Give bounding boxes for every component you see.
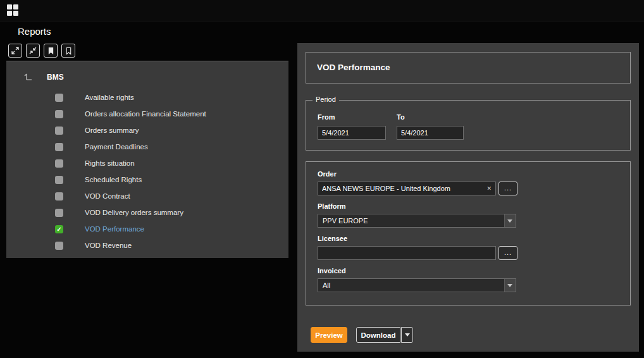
tree-item-label: Orders allocation Financial Statement (85, 110, 206, 118)
from-date-input[interactable] (318, 126, 386, 140)
parameters-group: Order ✕ ... Platform PPV EUROPE Licensee… (306, 161, 631, 306)
from-label: From (318, 113, 335, 121)
tree-root-label: BMS (47, 73, 64, 82)
tree-item[interactable]: ✓ Orders summary (6, 122, 288, 139)
tree-item-checkbox[interactable]: ✓ (55, 176, 63, 184)
tree-item[interactable]: ✓ Payment Deadlines (6, 139, 288, 155)
tree-item[interactable]: ✓ VOD Performance (6, 221, 288, 237)
tree-item-label: Rights situation (85, 159, 135, 167)
period-group: Period From To (306, 100, 631, 151)
download-button[interactable]: Download (356, 327, 400, 343)
grid-square (7, 11, 12, 16)
tree-item-label: VOD Delivery orders summary (85, 209, 183, 216)
tree-items: ✓ Available rights ✓ Orders allocation F… (6, 89, 288, 254)
tree-root-node[interactable]: BMS (24, 73, 64, 82)
tree-item-checkbox[interactable]: ✓ (55, 192, 63, 201)
grid-square (13, 11, 18, 16)
licensee-input-wrap (318, 246, 496, 260)
tree-toolbar (8, 44, 75, 58)
tree-item-label: Available rights (85, 94, 134, 101)
report-title-box: VOD Performance (306, 52, 631, 83)
tree-item[interactable]: ✓ Rights situation (6, 155, 288, 171)
tree-item-label: Scheduled Rights (85, 176, 142, 183)
licensee-input[interactable] (318, 246, 496, 260)
bookmark-outline-button[interactable] (61, 44, 75, 58)
period-legend: Period (313, 96, 339, 103)
clear-order-icon[interactable]: ✕ (486, 185, 492, 192)
report-tree-panel: BMS ✓ Available rights ✓ Orders allocati… (6, 61, 288, 258)
to-date-input[interactable] (397, 126, 464, 140)
platform-value: PPV EUROPE (323, 214, 368, 227)
expand-arrows-icon (11, 46, 20, 55)
download-dropdown-button[interactable] (401, 327, 413, 343)
expand-all-button[interactable] (8, 44, 22, 58)
to-label: To (397, 113, 405, 121)
tree-root-icon (24, 73, 33, 82)
tree-item[interactable]: ✓ Available rights (6, 89, 288, 106)
tree-item-label: VOD Contract (85, 192, 130, 200)
licensee-label: Licensee (318, 235, 347, 242)
chevron-down-icon (405, 333, 410, 336)
invoiced-select[interactable]: All (318, 278, 516, 292)
tree-item-checkbox[interactable]: ✓ (55, 242, 63, 250)
grid-square (7, 4, 12, 9)
app-menu-grid-icon[interactable] (7, 4, 19, 16)
collapse-arrows-icon (28, 46, 37, 55)
collapse-all-button[interactable] (26, 44, 40, 58)
licensee-browse-button[interactable]: ... (498, 246, 517, 260)
tree-item[interactable]: ✓ VOD Contract (6, 188, 288, 204)
tree-item-label: VOD Revenue (85, 242, 132, 249)
platform-select[interactable]: PPV EUROPE (318, 214, 516, 228)
bookmark-filled-icon (47, 47, 54, 55)
reports-screen: Reports BMS (0, 0, 644, 358)
check-icon: ✓ (56, 225, 61, 233)
chevron-down-icon (507, 284, 512, 287)
order-input-wrap: ✕ (318, 182, 496, 195)
invoiced-value: All (323, 279, 330, 292)
tree-item-label: VOD Performance (85, 225, 144, 233)
invoiced-label: Invoiced (318, 267, 346, 275)
order-browse-button[interactable]: ... (498, 182, 517, 195)
report-title: VOD Performance (317, 52, 390, 83)
tree-item-checkbox[interactable]: ✓ (55, 209, 63, 217)
chevron-down-icon (507, 219, 512, 223)
tree-item-checkbox[interactable]: ✓ (55, 110, 63, 118)
form-buttons: Preview Download (311, 327, 413, 343)
tree-item-checkbox[interactable]: ✓ (55, 94, 63, 102)
grid-square (13, 4, 18, 9)
tree-item-checkbox[interactable]: ✓ (55, 143, 63, 151)
app-topbar (0, 0, 644, 22)
tree-item-label: Payment Deadlines (85, 143, 148, 151)
preview-button[interactable]: Preview (311, 327, 347, 343)
tree-item[interactable]: ✓ VOD Revenue (6, 237, 288, 254)
platform-label: Platform (318, 202, 346, 210)
tree-item[interactable]: ✓ Scheduled Rights (6, 171, 288, 188)
tree-item[interactable]: ✓ VOD Delivery orders summary (6, 204, 288, 221)
bookmark-outline-icon (65, 47, 72, 55)
tree-item[interactable]: ✓ Orders allocation Financial Statement (6, 106, 288, 122)
order-label: Order (318, 170, 337, 178)
tree-item-checkbox[interactable]: ✓ (55, 225, 63, 233)
page-title: Reports (18, 26, 51, 37)
tree-item-checkbox[interactable]: ✓ (55, 159, 63, 168)
bookmark-filled-button[interactable] (44, 44, 58, 58)
tree-item-label: Orders summary (85, 127, 139, 134)
report-form-panel: VOD Performance Period From To Order ✕ .… (297, 43, 639, 352)
order-input[interactable] (318, 182, 496, 195)
tree-item-checkbox[interactable]: ✓ (55, 127, 63, 135)
